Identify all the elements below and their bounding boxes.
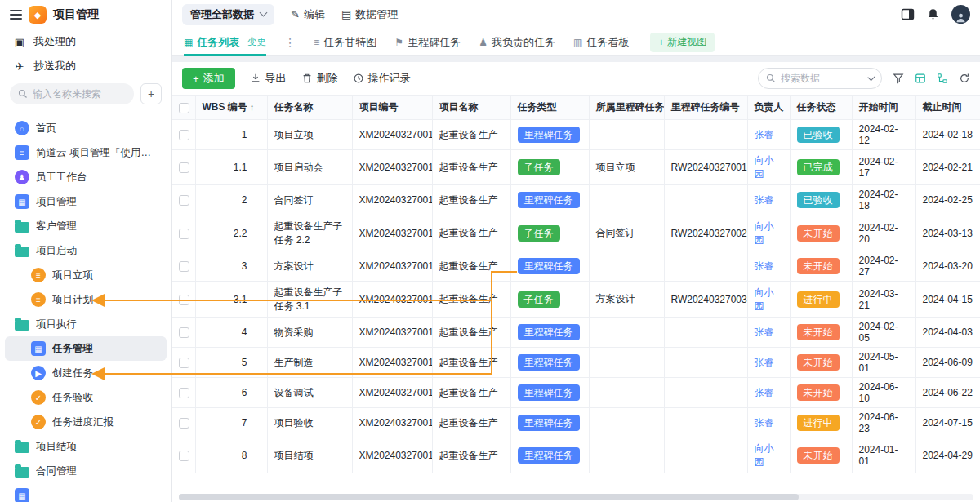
operation-log-button[interactable]: 操作记录	[353, 71, 411, 86]
tree-view-icon[interactable]	[937, 73, 948, 84]
select-all-checkbox[interactable]	[179, 103, 189, 113]
column-header[interactable]: 项目名称	[432, 96, 510, 120]
table-row[interactable]: 1.1项目启动会XM20240327001起重设备生产子任务项目立项RW2024…	[172, 150, 980, 185]
owner-link[interactable]: 张睿	[755, 387, 774, 398]
column-header[interactable]: 里程碑任务编号	[664, 96, 747, 120]
column-header[interactable]: 负责人	[747, 96, 790, 120]
column-header[interactable]: 任务状态	[790, 96, 852, 120]
table-row[interactable]: 3.1起重设备生产子任务 3.1XM20240327001起重设备生产子任务方案…	[172, 282, 980, 318]
table-row[interactable]: 2合同签订XM20240327001起重设备生产里程碑任务张睿已验收2024-0…	[172, 185, 980, 215]
owner-link[interactable]: 向小园	[755, 220, 774, 246]
row-checkbox[interactable]	[179, 358, 189, 368]
tab-person[interactable]: ♟我负责的任务	[479, 29, 555, 56]
edit-button[interactable]: ✎ 编辑	[291, 7, 325, 22]
owner-link[interactable]: 向小园	[755, 154, 774, 180]
column-header[interactable]: 截止时间	[915, 96, 980, 120]
table-row[interactable]: 1项目立项XM20240327001起重设备生产里程碑任务张睿已验收2024-0…	[172, 120, 980, 150]
sidebar-item[interactable]: 项目执行	[5, 312, 167, 336]
row-checkbox[interactable]	[179, 261, 189, 272]
sidebar-item[interactable]: 合同管理	[5, 459, 167, 483]
column-header[interactable]: 所属里程碑任务	[589, 96, 664, 120]
collapse-sidebar-icon[interactable]	[10, 10, 22, 20]
sidebar-item[interactable]: ✓任务验收	[5, 385, 167, 410]
sidebar-item[interactable]: ⌂首页	[5, 116, 167, 140]
row-checkbox[interactable]	[179, 130, 189, 140]
table-row[interactable]: 8项目结项XM20240327001起重设备生产里程碑任务向小园未开始2024-…	[172, 438, 980, 473]
sidebar-search-box[interactable]	[10, 83, 134, 104]
tab-more-icon[interactable]: ⋮	[284, 36, 296, 49]
user-avatar[interactable]	[951, 5, 970, 24]
row-checkbox[interactable]	[179, 229, 189, 239]
add-record-button[interactable]: + 添加	[182, 68, 235, 89]
sidebar-item[interactable]: ≡项目立项	[5, 263, 167, 287]
table-search-box[interactable]	[758, 68, 882, 89]
chevron-down-icon[interactable]	[868, 73, 875, 81]
owner-link[interactable]: 张睿	[755, 129, 774, 140]
filter-icon[interactable]	[893, 73, 904, 84]
row-checkbox[interactable]	[179, 295, 189, 305]
data-scope-dropdown[interactable]: 管理全部数据	[182, 4, 274, 25]
column-header[interactable]: 开始时间	[852, 96, 915, 120]
owner-link[interactable]: 向小园	[755, 442, 774, 468]
sidebar-item[interactable]: ▶创建任务	[5, 361, 167, 385]
sidebar-item-cc-to-me[interactable]: ✈ 抄送我的	[0, 54, 172, 78]
column-header[interactable]: 任务类型	[510, 96, 589, 120]
owner-link[interactable]: 张睿	[755, 260, 774, 272]
task-type-cell: 里程碑任务	[510, 438, 589, 473]
table-row[interactable]: 2.2起重设备生产子任务 2.2XM20240327001起重设备生产子任务合同…	[172, 215, 980, 251]
table-row[interactable]: 4物资采购XM20240327001起重设备生产里程碑任务张睿未开始2024-0…	[172, 318, 980, 348]
field-settings-icon[interactable]	[915, 73, 926, 84]
owner-link[interactable]: 向小园	[755, 287, 774, 312]
milestone-cell: 项目立项	[589, 150, 664, 185]
column-header[interactable]: 任务名称	[267, 96, 352, 120]
scrollbar-thumb[interactable]	[179, 494, 799, 500]
table-row[interactable]: 6设备调试XM20240327001起重设备生产里程碑任务张睿未开始2024-0…	[172, 378, 980, 408]
sidebar-item[interactable]: ✓任务进度汇报	[5, 410, 167, 434]
tab-flag[interactable]: ⚑里程碑任务	[394, 29, 461, 56]
row-checkbox[interactable]	[179, 418, 189, 429]
column-header[interactable]: WBS 编号↑	[195, 96, 267, 120]
column-header[interactable]: 项目编号	[352, 96, 432, 120]
sidebar-item[interactable]: ≡简道云 项目管理「使用说明」	[5, 140, 167, 165]
bell-icon[interactable]	[926, 7, 940, 21]
table-row[interactable]: 7项目验收XM20240327001起重设备生产里程碑任务张睿进行中2024-0…	[172, 408, 980, 438]
owner-link[interactable]: 张睿	[755, 417, 774, 429]
table-search-input[interactable]	[781, 73, 864, 84]
task-type-cell: 里程碑任务	[510, 251, 589, 282]
sidebar-item-my-tasks[interactable]: ▣ 我处理的	[0, 29, 172, 54]
sort-asc-icon[interactable]: ↑	[250, 102, 255, 112]
owner-link[interactable]: 张睿	[755, 327, 774, 338]
task-status-badge: 已验收	[797, 192, 840, 208]
horizontal-scrollbar[interactable]	[179, 494, 973, 500]
row-checkbox[interactable]	[179, 162, 189, 173]
export-button[interactable]: 导出	[250, 71, 287, 86]
sidebar-item[interactable]: 项目结项	[5, 434, 167, 459]
row-checkbox[interactable]	[179, 195, 189, 206]
sidebar-item[interactable]: 项目启动	[5, 238, 167, 263]
add-app-button[interactable]: +	[140, 83, 162, 104]
data-management-button[interactable]: ▤ 数据管理	[341, 7, 398, 22]
table-row[interactable]: 5生产制造XM20240327001起重设备生产里程碑任务张睿未开始2024-0…	[172, 348, 980, 378]
sidebar-item[interactable]: ▦任务管理	[5, 336, 167, 361]
owner-link[interactable]: 张睿	[755, 194, 774, 206]
table-row[interactable]: 3方案设计XM20240327001起重设备生产里程碑任务张睿未开始2024-0…	[172, 251, 980, 282]
refresh-icon[interactable]	[959, 73, 970, 84]
badge-icon: ✓	[31, 415, 46, 429]
sidebar-item[interactable]: ♟员工工作台	[5, 165, 167, 189]
row-checkbox[interactable]	[179, 451, 189, 461]
row-checkbox[interactable]	[179, 388, 189, 398]
sidebar-search-input[interactable]	[33, 88, 126, 100]
collapse-panel-icon[interactable]	[901, 7, 915, 21]
sidebar-item[interactable]: ▦项目管理	[5, 189, 167, 214]
owner-link[interactable]: 张睿	[755, 357, 774, 368]
sidebar-item[interactable]: ≡项目计划	[5, 287, 167, 312]
tab-grid[interactable]: ▦任务列表变更	[184, 29, 266, 56]
sidebar-item[interactable]: 客户管理	[5, 214, 167, 238]
export-label: 导出	[265, 71, 287, 86]
tab-gantt[interactable]: ≡任务甘特图	[314, 29, 376, 56]
new-view-button[interactable]: + 新建视图	[650, 33, 715, 52]
delete-button[interactable]: 删除	[301, 71, 338, 86]
tab-board[interactable]: ▥任务看板	[573, 29, 629, 56]
row-checkbox[interactable]	[179, 327, 189, 338]
sidebar-item[interactable]: ▦	[5, 483, 167, 502]
